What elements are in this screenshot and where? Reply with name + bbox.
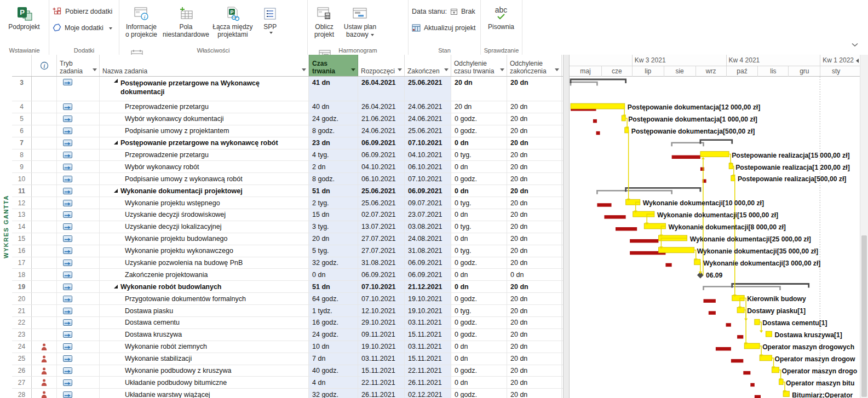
task-row-25[interactable]: 25 Wykonanie stabilizacji 7 dn 03.11.202… [12, 353, 563, 365]
finish-variance-cell[interactable]: 20 dn [507, 293, 562, 304]
task-row-12[interactable]: 12 Wykonanie projektu wstępnego 2 tyg. 2… [12, 197, 563, 209]
finish-variance-cell[interactable]: 20 dn [507, 257, 562, 269]
duration-variance-cell[interactable]: 0 godz. [451, 317, 507, 328]
task-name-cell[interactable]: Wykonanie robót ziemnych [100, 341, 309, 353]
start-cell[interactable]: 26.11.2021 [358, 389, 405, 398]
pobierz-dodatki-button[interactable]: Pobierz dodatki [53, 4, 116, 19]
duration-variance-cell[interactable]: 0 dn [451, 281, 507, 292]
indicator-cell[interactable] [32, 197, 57, 209]
start-cell[interactable]: 24.06.2021 [358, 125, 405, 137]
timescale-month[interactable]: cze [601, 66, 632, 77]
task-row-22[interactable]: 22 Dostawa cementu 16 godz. 29.10.2021 0… [12, 317, 563, 329]
task-mode-cell[interactable] [57, 101, 100, 113]
row-number[interactable]: 12 [12, 197, 32, 209]
duration-cell[interactable]: 3 tyg. [309, 221, 358, 233]
duration-variance-cell[interactable]: 0 dn [451, 377, 507, 388]
task-row-17[interactable]: 17 Uzyskanie pozwolenia na budowę PnB 32… [12, 257, 563, 269]
start-cell[interactable]: 07.10.2021 [358, 281, 405, 292]
task-mode-cell[interactable] [57, 221, 100, 233]
finish-variance-cell[interactable]: 20 dn [507, 161, 562, 172]
task-name-cell[interactable]: Przeprowadzenie przetargu [100, 149, 309, 161]
duration-variance-cell[interactable]: 0 dn [451, 233, 507, 245]
collapse-ribbon-chevron-icon[interactable] [852, 43, 858, 47]
timescale-month[interactable]: wrz [695, 66, 726, 77]
column-header-task-name[interactable]: Nazwa zadania [100, 55, 309, 76]
finish-cell[interactable]: 06.09.2021 [405, 257, 451, 269]
finish-cell[interactable]: 31.08.2021 [405, 245, 451, 257]
duration-cell[interactable]: 32 godz. [309, 257, 358, 269]
start-cell[interactable]: 02.07.2021 [358, 209, 405, 221]
start-cell[interactable]: 25.06.2021 [358, 185, 405, 197]
row-number[interactable]: 22 [12, 317, 32, 328]
task-name-cell[interactable]: Wykonanie projektu wstępnego [100, 197, 309, 209]
finish-variance-cell[interactable]: 20 dn [507, 113, 562, 125]
duration-variance-cell[interactable]: 0 dn [451, 353, 507, 365]
duration-cell[interactable]: 24 godz. [309, 113, 358, 125]
moje-dodatki-button[interactable]: Moje dodatki [53, 21, 116, 35]
gantt-bar-current[interactable] [772, 367, 779, 373]
finish-variance-cell[interactable]: 20 dn [507, 137, 562, 149]
row-number[interactable]: 25 [12, 353, 32, 365]
start-cell[interactable]: 12.10.2021 [358, 305, 405, 316]
task-name-cell[interactable]: Wykonanie projektu wykonawczego [100, 245, 309, 257]
start-cell[interactable]: 04.10.2021 [358, 161, 405, 172]
row-number[interactable]: 23 [12, 329, 32, 341]
filter-arrow-icon[interactable] [500, 68, 504, 73]
row-number[interactable]: 3 [12, 77, 32, 101]
finish-cell[interactable]: 19.10.2021 [405, 293, 451, 304]
row-number[interactable]: 24 [12, 341, 32, 353]
row-number[interactable]: 6 [12, 125, 32, 137]
finish-cell[interactable]: 07.10.2021 [405, 137, 451, 149]
row-number[interactable]: 7 [12, 137, 32, 149]
task-mode-cell[interactable] [57, 137, 100, 149]
indicator-cell[interactable] [32, 389, 57, 398]
task-name-cell[interactable]: Podpisanie umowy z projektantem [100, 125, 309, 137]
filter-arrow-icon[interactable] [555, 68, 559, 73]
task-mode-cell[interactable] [57, 173, 100, 184]
duration-variance-cell[interactable]: 0 dn [451, 269, 507, 280]
task-row-23[interactable]: 23 Dostawa kruszywa 24 godz. 09.11.2021 … [12, 329, 563, 341]
task-mode-cell[interactable] [57, 305, 100, 316]
duration-variance-cell[interactable]: 0 godz. [451, 113, 507, 125]
finish-cell[interactable]: 03.11.2021 [405, 341, 451, 353]
finish-cell[interactable]: 15.11.2021 [405, 353, 451, 365]
row-number[interactable]: 14 [12, 221, 32, 233]
duration-cell[interactable]: 1 tydz. [309, 305, 358, 316]
task-name-cell[interactable]: Wykonanie podbudowy z kruszywa [100, 365, 309, 377]
duration-cell[interactable]: 40 dn [309, 101, 358, 113]
filter-arrow-icon[interactable] [444, 68, 449, 73]
indicator-cell[interactable] [32, 353, 57, 365]
duration-variance-cell[interactable]: 0 dn [451, 185, 507, 197]
row-number[interactable]: 10 [12, 173, 32, 184]
start-cell[interactable]: 03.11.2021 [358, 353, 405, 365]
timescale[interactable]: Kw 3 2021Kw 4 2021Kw 1 2022majczelipsiew… [570, 55, 860, 77]
finish-cell[interactable]: 07.10.2021 [405, 173, 451, 184]
informacje-o-projekcie-button[interactable]: i Informacje o projekcie [120, 1, 162, 44]
duration-cell[interactable]: 40 godz. [309, 365, 358, 377]
indicator-cell[interactable] [32, 377, 57, 388]
finish-cell[interactable]: 24.08.2021 [405, 233, 451, 245]
duration-variance-cell[interactable]: 0 godz. [451, 389, 507, 398]
finish-variance-cell[interactable]: 20 dn [507, 233, 562, 245]
indicator-cell[interactable] [32, 269, 57, 280]
task-mode-cell[interactable] [57, 365, 100, 377]
finish-variance-cell[interactable]: 20 dn [507, 197, 562, 209]
task-row-26[interactable]: 26 Wykonanie podbudowy z kruszywa 40 god… [12, 365, 563, 377]
gantt-bar-current[interactable] [658, 247, 694, 253]
start-cell[interactable]: 06.09.2021 [358, 269, 405, 280]
indicator-cell[interactable] [32, 173, 57, 184]
duration-variance-cell[interactable]: 0 godz. [451, 257, 507, 269]
finish-cell[interactable]: 03.08.2021 [405, 221, 451, 233]
row-number[interactable]: 27 [12, 377, 32, 388]
indicator-cell[interactable] [32, 101, 57, 113]
collapse-triangle-icon[interactable] [114, 189, 118, 193]
task-mode-cell[interactable] [57, 209, 100, 221]
gantt-bar-current[interactable] [571, 103, 625, 109]
indicator-cell[interactable] [32, 149, 57, 161]
start-cell[interactable]: 27.07.2021 [358, 233, 405, 245]
task-row-9[interactable]: 9 Wybór wykonawcy robót 2 dn 04.10.2021 … [12, 161, 563, 173]
start-cell[interactable]: 13.07.2021 [358, 221, 405, 233]
task-row-27[interactable]: 27 Układanie podbudowy bitumiczne 4 dn 2… [12, 377, 563, 389]
task-name-cell[interactable]: Podpisanie umowy z wykonawcą robót [100, 173, 309, 184]
row-number[interactable]: 26 [12, 365, 32, 377]
